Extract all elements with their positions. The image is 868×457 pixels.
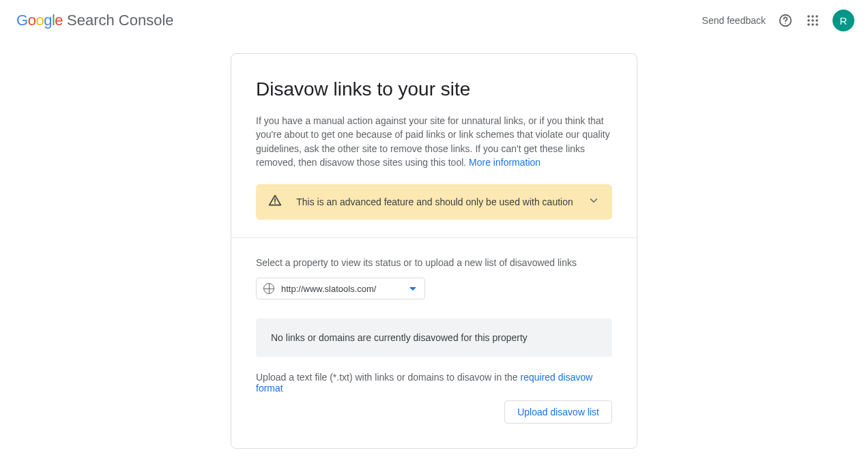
page-description: If you have a manual action against your… xyxy=(256,114,612,169)
svg-point-2 xyxy=(807,15,810,18)
svg-point-8 xyxy=(807,23,810,26)
product-name: Search Console xyxy=(67,12,174,29)
selected-property-text: http://www.slatools.com/ xyxy=(281,284,376,294)
warning-banner[interactable]: This is an advanced feature and should o… xyxy=(256,184,612,220)
warning-triangle-icon xyxy=(268,194,282,210)
warning-text: This is an advanced feature and should o… xyxy=(294,196,575,207)
svg-point-3 xyxy=(811,15,814,18)
brand[interactable]: Google Search Console xyxy=(16,12,174,29)
description-text: If you have a manual action against your… xyxy=(256,115,610,168)
svg-point-9 xyxy=(811,23,814,26)
upload-button-row: Upload disavow list xyxy=(256,400,612,424)
header-right: Send feedback R xyxy=(702,10,854,31)
google-logo: Google xyxy=(16,12,63,29)
svg-point-1 xyxy=(785,23,785,24)
svg-point-12 xyxy=(274,203,276,205)
card-bottom-section: Select a property to view its status or … xyxy=(231,238,637,448)
apps-grid-icon[interactable] xyxy=(805,13,820,28)
help-icon[interactable] xyxy=(778,13,793,28)
property-select-dropdown[interactable]: http://www.slatools.com/ xyxy=(256,278,425,299)
header: Google Search Console Send feedback R xyxy=(0,0,868,38)
upload-disavow-list-button[interactable]: Upload disavow list xyxy=(504,400,612,424)
svg-point-5 xyxy=(807,19,810,22)
svg-point-6 xyxy=(811,19,814,22)
globe-icon xyxy=(263,283,274,294)
disavow-card: Disavow links to your site If you have a… xyxy=(231,53,637,449)
page-title: Disavow links to your site xyxy=(256,78,612,100)
more-information-link[interactable]: More information xyxy=(469,157,540,168)
svg-point-7 xyxy=(815,19,818,22)
status-text: No links or domains are currently disavo… xyxy=(271,332,527,343)
card-top-section: Disavow links to your site If you have a… xyxy=(231,54,637,238)
svg-point-4 xyxy=(815,15,818,18)
upload-description: Upload a text file (*.txt) with links or… xyxy=(256,372,612,394)
select-property-label: Select a property to view its status or … xyxy=(256,257,612,268)
disavow-status-box: No links or domains are currently disavo… xyxy=(256,319,612,357)
send-feedback-link[interactable]: Send feedback xyxy=(702,15,766,26)
svg-point-10 xyxy=(815,23,818,26)
chevron-down-icon xyxy=(588,194,600,209)
user-avatar[interactable]: R xyxy=(833,10,854,31)
main-content: Disavow links to your site If you have a… xyxy=(0,38,868,449)
upload-desc-text: Upload a text file (*.txt) with links or… xyxy=(256,372,521,383)
avatar-initial: R xyxy=(840,15,848,27)
dropdown-arrow-icon xyxy=(409,287,416,291)
